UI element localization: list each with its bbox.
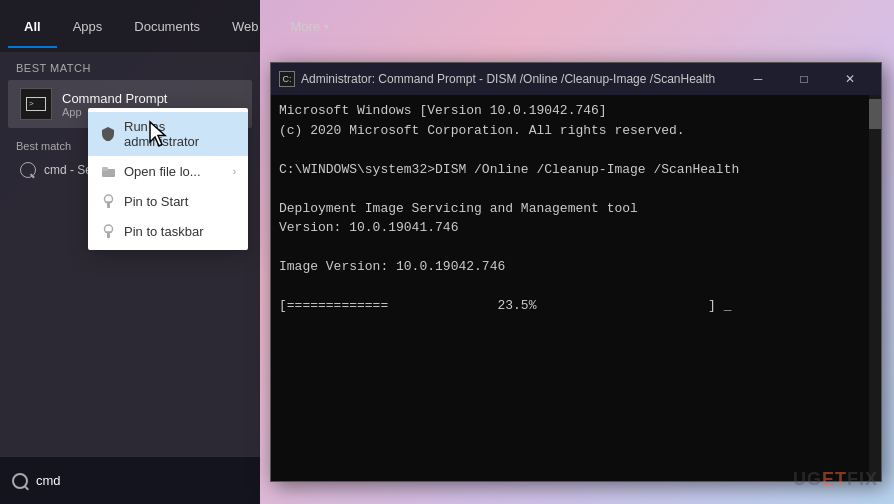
cmd-line-5 (279, 179, 873, 199)
search-input[interactable] (36, 473, 248, 488)
app-name: Command Prompt (62, 91, 240, 106)
tab-documents[interactable]: Documents (118, 5, 216, 48)
cmd-title: Administrator: Command Prompt - DISM /On… (301, 72, 729, 86)
best-match-label: Best match (0, 52, 260, 80)
cmd-window: C: Administrator: Command Prompt - DISM … (270, 62, 882, 482)
ctx-pin-start[interactable]: Pin to Start (88, 186, 248, 216)
start-menu-tabs: All Apps Documents Web More (0, 0, 260, 52)
cmd-progress-line: [============= 23.5% ] _ (279, 296, 873, 316)
cmd-line-6: Deployment Image Servicing and Managemen… (279, 199, 873, 219)
cmd-icon-inner (26, 97, 46, 111)
progress-bar-end: ] (708, 296, 724, 316)
ctx-run-as-admin[interactable]: Run as administrator (88, 112, 248, 156)
folder-icon (100, 163, 116, 179)
ctx-pin-start-label: Pin to Start (124, 194, 188, 209)
ctx-pin-taskbar[interactable]: Pin to taskbar (88, 216, 248, 246)
ctx-open-file[interactable]: Open file lo... › (88, 156, 248, 186)
cmd-line-2: (c) 2020 Microsoft Corporation. All righ… (279, 121, 873, 141)
minimize-button[interactable]: ─ (735, 63, 781, 95)
ctx-pin-taskbar-label: Pin to taskbar (124, 224, 204, 239)
context-menu: Run as administrator Open file lo... › P… (88, 108, 248, 250)
pin-start-icon (100, 193, 116, 209)
start-menu: All Apps Documents Web More Best match C… (0, 0, 260, 504)
app-icon-cmd (20, 88, 52, 120)
tab-more[interactable]: More (275, 5, 346, 48)
watermark: UGETFIX (793, 469, 878, 490)
cmd-titlebar-icon: C: (279, 71, 295, 87)
cmd-line-4: C:\WINDOWS\system32>DISM /Online /Cleanu… (279, 160, 873, 180)
watermark-colored: ET (822, 469, 847, 489)
cursor-blink: _ (724, 296, 732, 316)
maximize-button[interactable]: □ (781, 63, 827, 95)
taskbar-search-icon (12, 473, 28, 489)
progress-bar-start: [============= (279, 296, 388, 316)
progress-percent: 23.5% (388, 296, 708, 316)
watermark-suffix: FIX (847, 469, 878, 489)
watermark-prefix: UG (793, 469, 822, 489)
tab-apps[interactable]: Apps (57, 5, 119, 48)
cmd-line-1: Microsoft Windows [Version 10.0.19042.74… (279, 101, 873, 121)
ctx-run-as-admin-label: Run as administrator (124, 119, 236, 149)
cmd-line-10 (279, 277, 873, 297)
cmd-line-7: Version: 10.0.19041.746 (279, 218, 873, 238)
pin-taskbar-icon (100, 223, 116, 239)
tab-all[interactable]: All (8, 5, 57, 48)
taskbar-search (0, 456, 260, 504)
svg-rect-1 (102, 167, 108, 171)
cmd-titlebar: C: Administrator: Command Prompt - DISM … (271, 63, 881, 95)
close-button[interactable]: ✕ (827, 63, 873, 95)
tab-web[interactable]: Web (216, 5, 275, 48)
cmd-scrollbar[interactable] (869, 95, 881, 481)
cmd-line-9: Image Version: 10.0.19042.746 (279, 257, 873, 277)
ctx-arrow-icon: › (233, 166, 236, 177)
cmd-line-8 (279, 238, 873, 258)
shield-icon (100, 126, 116, 142)
cmd-controls: ─ □ ✕ (735, 63, 873, 95)
cmd-line-3 (279, 140, 873, 160)
cmd-body: Microsoft Windows [Version 10.0.19042.74… (271, 95, 881, 481)
cmd-scrollbar-thumb[interactable] (869, 99, 881, 129)
search-web-icon (20, 162, 36, 178)
ctx-open-file-label: Open file lo... (124, 164, 201, 179)
